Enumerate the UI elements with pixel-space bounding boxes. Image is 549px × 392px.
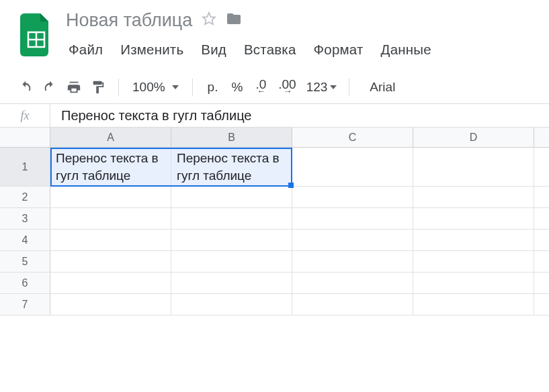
cell-D2[interactable] [413,187,534,207]
cell-D5[interactable] [413,251,534,272]
cell-C3[interactable] [292,208,413,229]
more-formats-label: 123 [306,80,328,95]
menu-format[interactable]: Формат [305,38,372,62]
cell-A6[interactable] [50,273,171,293]
row-header-5[interactable]: 5 [0,251,50,272]
doc-title[interactable]: Новая таблица [66,10,192,31]
col-header-B[interactable]: B [171,128,292,147]
row-header-6[interactable]: 6 [0,273,50,293]
cell-D7[interactable] [413,294,534,315]
row-6: 6 [0,273,549,294]
menu-file[interactable]: Файл [66,38,112,62]
row-7: 7 [0,294,549,315]
cell-C6[interactable] [292,273,413,293]
sheets-logo [20,13,52,56]
row-3: 3 [0,208,549,230]
redo-button[interactable] [39,77,60,98]
increase-decimal-button[interactable]: .00 → [273,81,300,95]
more-formats-button[interactable]: 123 [304,80,340,95]
row-header-1[interactable]: 1 [0,148,50,186]
cell-B5[interactable] [171,251,292,272]
menu-data[interactable]: Данные [372,38,440,62]
col-header-A[interactable]: A [50,128,171,147]
menu-insert[interactable]: Вставка [235,38,305,62]
cell-B2[interactable] [171,187,292,207]
undo-button[interactable] [15,77,36,98]
cell-D1[interactable] [413,148,534,186]
separator [192,79,193,96]
cell-A1[interactable]: Перенос текста в гугл таблице [50,148,171,186]
star-icon[interactable] [202,11,216,29]
column-headers: A B C D [0,128,549,148]
chevron-down-icon [330,85,337,89]
title-row: Новая таблица [66,7,549,34]
separator [118,79,119,96]
fx-label: fx [0,104,50,127]
cell-C4[interactable] [292,230,413,250]
svg-marker-3 [203,13,215,24]
cell-A4[interactable] [50,230,171,250]
formula-input[interactable] [50,104,549,127]
decrease-decimal-button[interactable]: .0 ← [251,81,271,95]
row-header-2[interactable]: 2 [0,187,50,207]
arrow-left-icon: ← [257,89,265,94]
row-header-3[interactable]: 3 [0,208,50,229]
zoom-value: 100% [132,80,165,95]
row-header-4[interactable]: 4 [0,230,50,250]
col-header-C[interactable]: C [292,128,413,147]
select-all-corner[interactable] [0,128,50,147]
cell-A5[interactable] [50,251,171,272]
format-percent-button[interactable]: % [226,80,248,95]
row-4: 4 [0,230,549,251]
cell-A7[interactable] [50,294,171,315]
font-select[interactable]: Arial [359,80,406,95]
header: Новая таблица Файл Изменить Вид Вставка … [0,0,549,62]
chevron-down-icon [172,85,179,89]
print-button[interactable] [63,77,85,98]
cell-B7[interactable] [171,294,292,315]
cell-C5[interactable] [292,251,413,272]
paint-format-button[interactable] [87,77,109,98]
separator [349,79,349,96]
arrow-right-icon: → [283,89,291,94]
cell-A2[interactable] [50,187,171,207]
format-currency-button[interactable]: р. [202,80,224,95]
cell-C1[interactable] [292,148,413,186]
zoom-select[interactable]: 100% [128,80,183,95]
formula-bar: fx [0,103,549,128]
row-1: 1 Перенос текста в гугл таблице Перенос … [0,148,549,187]
cell-B3[interactable] [171,208,292,229]
cell-B4[interactable] [171,230,292,250]
cell-D3[interactable] [413,208,534,229]
cell-B6[interactable] [171,273,292,293]
folder-icon[interactable] [226,11,242,30]
menubar: Файл Изменить Вид Вставка Формат Данные [66,38,549,62]
menu-view[interactable]: Вид [192,38,235,62]
toolbar: 100% р. % .0 ← .00 → 123 Arial [0,71,549,103]
cell-B1[interactable]: Перенос текста в гугл таблице [171,148,292,186]
spreadsheet-grid[interactable]: A B C D 1 Перенос текста в гугл таблице … [0,128,549,315]
cell-C2[interactable] [292,187,413,207]
row-header-7[interactable]: 7 [0,294,50,315]
cell-A3[interactable] [50,208,171,229]
cell-C7[interactable] [292,294,413,315]
cell-D4[interactable] [413,230,534,250]
col-header-D[interactable]: D [413,128,534,147]
row-2: 2 [0,187,549,208]
title-area: Новая таблица Файл Изменить Вид Вставка … [66,7,549,62]
cell-D6[interactable] [413,273,534,293]
menu-edit[interactable]: Изменить [112,38,192,62]
row-5: 5 [0,251,549,273]
